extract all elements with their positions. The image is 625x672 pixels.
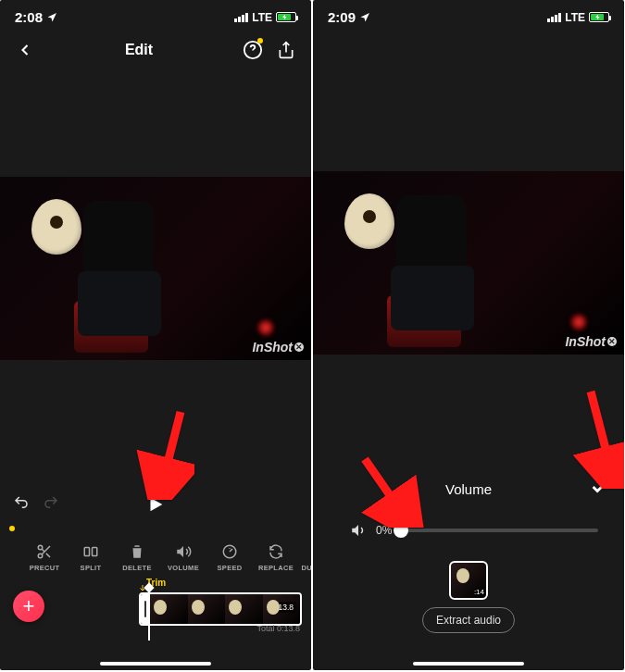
tool-replace[interactable]: REPLACE <box>256 543 296 572</box>
location-icon <box>359 12 370 23</box>
status-time: 2:09 <box>328 9 356 25</box>
tool-volume[interactable]: VOLUME <box>163 543 204 572</box>
svg-rect-3 <box>84 548 89 556</box>
undo-redo-bar <box>13 494 59 515</box>
back-button[interactable] <box>15 40 35 60</box>
volume-title: Volume <box>445 481 492 497</box>
clip[interactable]: :13.8 <box>139 592 302 626</box>
clip-thumbnail: :13.8 <box>263 594 301 624</box>
share-button[interactable] <box>276 40 296 60</box>
play-button[interactable] <box>145 494 166 518</box>
annotation-arrow <box>130 407 194 504</box>
network-label: LTE <box>565 11 585 24</box>
battery-icon <box>589 12 609 22</box>
undo-button[interactable] <box>13 494 30 515</box>
slider-thumb[interactable] <box>394 523 408 538</box>
page-title: Edit <box>35 42 243 58</box>
speaker-icon <box>350 522 367 539</box>
signal-icon <box>547 13 561 22</box>
top-bar: Edit <box>0 32 311 75</box>
close-icon[interactable]: ✕ <box>607 337 617 346</box>
tool-precut[interactable]: PRECUT <box>24 543 65 572</box>
clip-thumbnail <box>225 594 263 624</box>
watermark[interactable]: InShot✕ <box>252 340 304 355</box>
location-icon <box>46 12 57 23</box>
close-icon[interactable]: ✕ <box>294 342 304 352</box>
illustration-person <box>54 192 202 349</box>
volume-header: Volume <box>313 472 624 505</box>
status-bar: 2:08 LTE <box>0 0 311 32</box>
watermark[interactable]: InShot✕ <box>565 334 617 349</box>
illustration-guitar <box>456 568 469 583</box>
signal-icon <box>234 13 248 22</box>
notification-dot <box>9 526 15 531</box>
tool-split[interactable]: SPLIT <box>70 543 111 572</box>
video-canvas[interactable]: InShot✕ <box>313 171 624 355</box>
video-canvas[interactable]: InShot✕ <box>0 177 311 360</box>
extract-audio-button[interactable]: Extract audio <box>422 607 515 633</box>
total-duration: Total 0:13.8 <box>256 624 300 633</box>
status-time: 2:08 <box>15 9 43 25</box>
svg-point-1 <box>38 545 43 550</box>
volume-row: 0% <box>313 522 624 539</box>
svg-point-2 <box>38 554 43 558</box>
screen-volume: 2:09 LTE InShot✕ Volume 0% :14 Extrac <box>313 0 624 670</box>
clip-preview-thumbnail[interactable]: :14 <box>449 561 488 600</box>
notification-dot <box>257 38 263 44</box>
illustration-glow <box>257 319 274 336</box>
add-button[interactable]: + <box>13 591 44 622</box>
illustration-person <box>367 186 515 343</box>
confirm-button[interactable] <box>589 477 609 501</box>
redo-button[interactable] <box>43 494 59 515</box>
clip-thumbnail <box>150 594 188 624</box>
tool-speed[interactable]: SPEED <box>209 543 250 572</box>
clip-thumbnail <box>188 594 226 624</box>
illustration-glow <box>570 314 587 330</box>
tool-bar: PRECUT SPLIT DELETE VOLUME SPEED REPLACE… <box>0 536 311 579</box>
playhead[interactable] <box>148 587 150 641</box>
tool-delete[interactable]: DELETE <box>117 543 157 572</box>
volume-slider[interactable] <box>401 529 598 532</box>
svg-rect-4 <box>93 548 97 556</box>
clip-duration: :13.8 <box>273 602 296 613</box>
screen-edit: 2:08 LTE Edit InShot✕ <box>0 0 311 670</box>
volume-percent: 0% <box>376 524 392 537</box>
network-label: LTE <box>252 11 272 24</box>
status-bar: 2:09 LTE <box>313 0 624 32</box>
clip-preview-duration: :14 <box>474 588 484 596</box>
home-indicator[interactable] <box>100 662 211 666</box>
tool-duplicate[interactable]: DUPLICATE <box>302 543 311 572</box>
home-indicator[interactable] <box>413 662 524 666</box>
battery-icon <box>276 12 296 22</box>
